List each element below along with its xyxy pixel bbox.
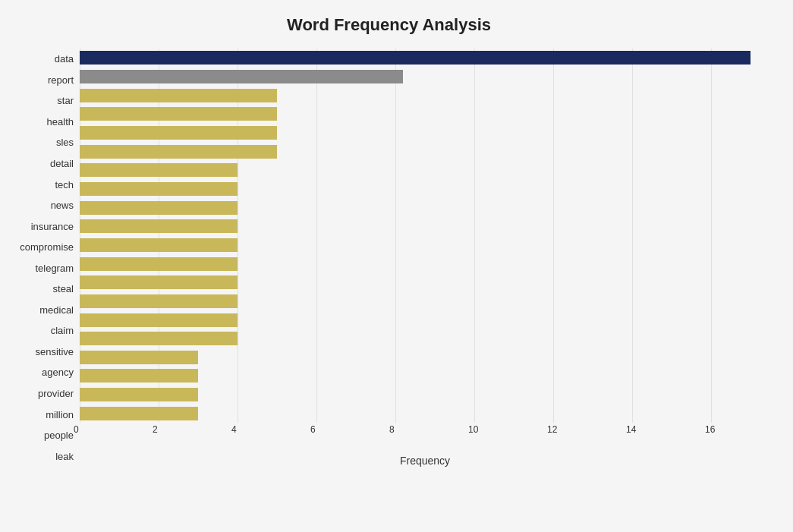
chart-title: Word Frequency Analysis [8,15,770,35]
y-label: insurance [31,222,74,231]
bar [80,163,238,177]
bar [80,238,238,252]
x-axis-tick-label: 0 [74,424,79,435]
bar-row [80,180,770,199]
bar [80,51,751,65]
x-axis-tick-label: 12 [547,424,557,435]
x-axis-tick-label: 6 [310,424,316,435]
bar-row [80,124,770,143]
bar [80,257,238,271]
bar-row [80,198,770,217]
y-label: star [57,96,74,105]
bar [80,369,198,382]
y-label: telegram [35,263,74,273]
bar [80,219,238,233]
bar-row [80,348,770,367]
bar-row [80,217,770,236]
bar [80,351,198,364]
bar [80,182,238,196]
bar-row [80,161,770,180]
y-label: claim [51,326,74,335]
x-axis: 0246810121416 [80,423,770,438]
x-axis-tick-label: 10 [468,424,478,435]
bar [80,275,238,289]
y-label: medical [39,305,74,315]
bars-wrapper [80,49,770,423]
bar-row [80,386,770,405]
x-axis-title: Frequency [80,455,770,467]
bar-row [80,254,770,273]
x-axis-tick-label: 8 [389,424,395,435]
x-axis-tick-label: 4 [231,424,237,435]
bar-row [80,273,770,292]
x-axis-tick-label: 2 [153,424,158,435]
y-label: people [44,430,74,440]
chart-container: Word Frequency Analysis datareportstarhe… [0,0,793,532]
y-label: tech [55,180,74,190]
y-label: report [48,75,74,85]
y-label: steal [53,284,74,294]
plot-area: 0246810121416 Frequency [80,49,770,467]
bar-row [80,236,770,255]
bar [80,107,277,121]
y-label: provider [38,389,74,398]
y-label: agency [42,367,74,377]
y-label: news [51,200,74,210]
bar [80,89,277,102]
bar [80,407,198,420]
y-label: data [55,54,74,64]
bar [80,145,277,159]
x-axis-tick-label: 16 [705,424,715,435]
x-axis-tick-label: 14 [626,424,636,435]
bar [80,201,238,215]
y-label: detail [50,159,74,168]
bar [80,313,238,327]
bar-row [80,68,770,87]
bar-row [80,310,770,329]
bar [80,388,198,401]
bar-row [80,142,770,161]
bar-row [80,404,770,423]
y-label: sensitive [35,347,74,357]
bar [80,70,403,83]
bar-row [80,49,770,68]
bar-row [80,292,770,311]
bar-row [80,86,770,105]
chart-area: datareportstarhealthslesdetailtechnewsin… [8,49,770,467]
y-label: leak [55,452,74,461]
y-label: sles [56,137,74,147]
bar-row [80,367,770,386]
y-label: health [47,117,74,127]
y-label: million [46,410,74,420]
y-label: compromise [20,242,74,252]
bar-row [80,329,770,348]
bar-row [80,105,770,124]
y-axis: datareportstarhealthslesdetailtechnewsin… [8,49,80,467]
bar [80,126,277,140]
bar [80,332,238,345]
bar [80,294,238,308]
